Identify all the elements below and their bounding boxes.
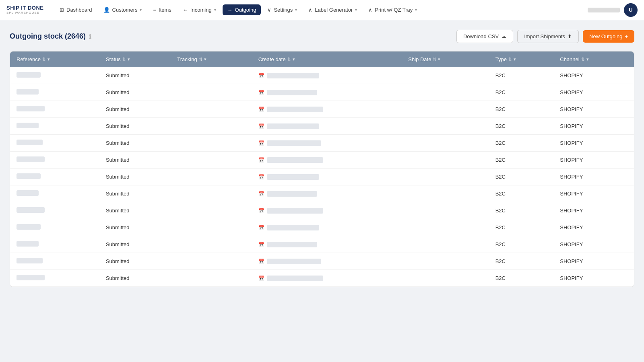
col-status[interactable]: Status ⇅ ▾ xyxy=(99,51,171,67)
label-generator-label: Label Generator xyxy=(315,7,353,13)
col-type[interactable]: Type ⇅ ▾ xyxy=(489,51,554,67)
logo-title: SHIP IT DONE xyxy=(6,5,47,11)
sidebar-item-outgoing[interactable]: → Outgoing xyxy=(223,4,261,15)
cell-ship-date xyxy=(402,253,489,270)
outgoing-table: Reference ⇅ ▾ Status ⇅ ▾ xyxy=(10,51,634,287)
upload-icon: ⬆ xyxy=(568,33,572,39)
cell-create-date: 📅 xyxy=(252,202,402,219)
cell-type: B2C xyxy=(489,135,554,152)
cell-type: B2C xyxy=(489,202,554,219)
table-row[interactable]: Submitted 📅 B2CSHOPIFY xyxy=(10,219,634,236)
table-row[interactable]: Submitted 📅 B2CSHOPIFY xyxy=(10,270,634,287)
cell-ship-date xyxy=(402,185,489,202)
table-row[interactable]: Submitted 📅 B2CSHOPIFY xyxy=(10,118,634,135)
incoming-chevron-icon: ▾ xyxy=(214,8,216,12)
sidebar-item-incoming[interactable]: ← Incoming ▾ xyxy=(178,4,221,15)
cell-create-date: 📅 xyxy=(252,169,402,185)
cell-status: Submitted xyxy=(99,219,171,236)
cell-tracking xyxy=(171,169,252,185)
table-row[interactable]: Submitted 📅 B2CSHOPIFY xyxy=(10,84,634,101)
cell-status: Submitted xyxy=(99,118,171,135)
table-row[interactable]: Submitted 📅 B2CSHOPIFY xyxy=(10,67,634,84)
cell-status: Submitted xyxy=(99,236,171,253)
cell-ship-date xyxy=(402,135,489,152)
status-filter-icon: ▾ xyxy=(128,57,130,62)
cell-tracking xyxy=(171,253,252,270)
customers-icon: 👤 xyxy=(103,7,110,13)
sidebar-item-print-qz-tray[interactable]: ∧ Print w/ QZ Tray ▾ xyxy=(363,4,422,15)
col-create-date[interactable]: Create date ⇅ ▾ xyxy=(252,51,402,67)
sidebar-item-items[interactable]: ≡ Items xyxy=(148,4,176,15)
type-filter-icon: ▾ xyxy=(514,57,516,62)
table-row[interactable]: Submitted 📅 B2CSHOPIFY xyxy=(10,185,634,202)
table-row[interactable]: Submitted 📅 B2CSHOPIFY xyxy=(10,152,634,169)
cell-channel: SHOPIFY xyxy=(553,270,634,287)
info-icon[interactable]: ℹ xyxy=(89,33,91,40)
cell-tracking xyxy=(171,219,252,236)
outgoing-label: Outgoing xyxy=(235,7,256,13)
table-header: Reference ⇅ ▾ Status ⇅ ▾ xyxy=(10,51,634,67)
cell-tracking xyxy=(171,202,252,219)
new-outgoing-button[interactable]: New Outgoing + xyxy=(583,30,634,43)
cell-create-date: 📅 xyxy=(252,152,402,169)
cell-create-date: 📅 xyxy=(252,270,402,287)
cell-type: B2C xyxy=(489,152,554,169)
cell-create-date: 📅 xyxy=(252,135,402,152)
col-tracking[interactable]: Tracking ⇅ ▾ xyxy=(171,51,252,67)
incoming-icon: ← xyxy=(183,7,188,13)
sidebar-item-settings[interactable]: ∨ Settings ▾ xyxy=(262,4,302,15)
col-ship-date[interactable]: Ship Date ⇅ ▾ xyxy=(402,51,489,67)
col-reference[interactable]: Reference ⇅ ▾ xyxy=(10,51,99,67)
table-row[interactable]: Submitted 📅 B2CSHOPIFY xyxy=(10,101,634,118)
sidebar-item-label-generator[interactable]: ∧ Label Generator ▾ xyxy=(303,4,362,15)
user-avatar[interactable]: U xyxy=(624,3,638,17)
label-generator-chevron-icon: ▾ xyxy=(355,8,357,12)
cell-status: Submitted xyxy=(99,185,171,202)
cell-type: B2C xyxy=(489,84,554,101)
table-row[interactable]: Submitted 📅 B2CSHOPIFY xyxy=(10,169,634,185)
table-row[interactable]: Submitted 📅 B2CSHOPIFY xyxy=(10,202,634,219)
calendar-icon: 📅 xyxy=(258,259,264,264)
cell-channel: SHOPIFY xyxy=(553,253,634,270)
cell-channel: SHOPIFY xyxy=(553,236,634,253)
new-outgoing-label: New Outgoing xyxy=(589,33,622,39)
tracking-sort-icon: ⇅ xyxy=(199,57,202,62)
create-date-filter-icon: ▾ xyxy=(293,57,295,62)
logo: SHIP IT DONE SPL WAREHOUSE xyxy=(6,5,47,14)
import-label: Import Shipments xyxy=(524,33,565,39)
col-channel[interactable]: Channel ⇅ ▾ xyxy=(553,51,634,67)
cell-status: Submitted xyxy=(99,270,171,287)
channel-filter-icon: ▾ xyxy=(586,57,589,62)
import-shipments-button[interactable]: Import Shipments ⬆ xyxy=(517,30,579,43)
table-row[interactable]: Submitted 📅 B2CSHOPIFY xyxy=(10,253,634,270)
cell-tracking xyxy=(171,135,252,152)
cell-reference xyxy=(10,118,99,135)
sidebar-item-customers[interactable]: 👤 Customers ▾ xyxy=(99,4,147,15)
cell-create-date: 📅 xyxy=(252,84,402,101)
cell-reference xyxy=(10,219,99,236)
plus-icon: + xyxy=(625,33,628,39)
dashboard-icon: ⊞ xyxy=(60,7,64,13)
cell-ship-date xyxy=(402,219,489,236)
cell-status: Submitted xyxy=(99,67,171,84)
download-csv-button[interactable]: Download CSV ☁ xyxy=(456,30,513,43)
label-generator-icon: ∧ xyxy=(308,7,312,13)
header-actions: Download CSV ☁ Import Shipments ⬆ New Ou… xyxy=(456,30,634,43)
cell-status: Submitted xyxy=(99,135,171,152)
cell-ship-date xyxy=(402,67,489,84)
cell-create-date: 📅 xyxy=(252,236,402,253)
cell-reference xyxy=(10,185,99,202)
table-row[interactable]: Submitted 📅 B2CSHOPIFY xyxy=(10,236,634,253)
calendar-icon: 📅 xyxy=(258,107,264,112)
table-row[interactable]: Submitted 📅 B2CSHOPIFY xyxy=(10,135,634,152)
calendar-icon: 📅 xyxy=(258,73,264,78)
sidebar-item-dashboard[interactable]: ⊞ Dashboard xyxy=(55,4,97,15)
create-date-sort-icon: ⇅ xyxy=(287,57,291,62)
cell-channel: SHOPIFY xyxy=(553,169,634,185)
cell-ship-date xyxy=(402,169,489,185)
cell-channel: SHOPIFY xyxy=(553,101,634,118)
calendar-icon: 📅 xyxy=(258,242,264,247)
cell-status: Submitted xyxy=(99,253,171,270)
cell-type: B2C xyxy=(489,67,554,84)
reference-filter-icon: ▾ xyxy=(47,57,50,62)
